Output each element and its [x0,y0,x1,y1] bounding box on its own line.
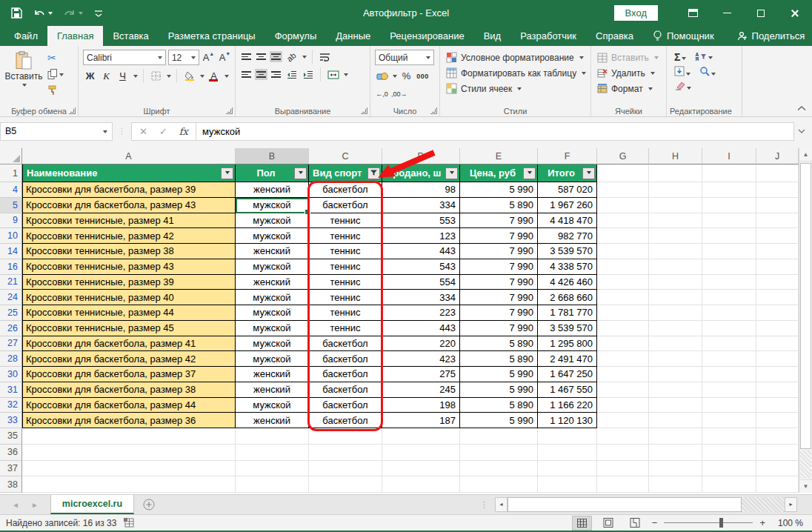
empty-cell[interactable] [236,445,309,461]
column-header-c[interactable]: C [309,148,382,164]
empty-cell[interactable] [702,244,756,259]
align-bottom-button[interactable] [270,51,282,62]
cell-b25[interactable]: мужской [236,305,309,321]
row-header-9[interactable]: 9 [0,213,22,229]
cell-d10[interactable]: 123 [382,228,460,244]
cell-c21[interactable]: теннис [309,275,382,290]
filter-dropdown-button-b[interactable] [294,167,307,179]
ribbon-tab-view[interactable]: Вид [474,26,511,46]
ribbon-tab-developer[interactable]: Разработчик [510,26,586,46]
increase-font-button[interactable]: A▲ [202,50,216,64]
row-header-5[interactable]: 5 [0,198,22,213]
column-header-a[interactable]: A [22,148,236,164]
cell-a4[interactable]: Кроссовки для баскетбола, размер 39 [22,182,236,198]
empty-cell[interactable] [597,461,649,477]
cell-f21[interactable]: 4 426 460 [538,275,597,290]
cell-d28[interactable]: 423 [382,351,460,367]
undo-button[interactable] [33,8,53,19]
empty-cell[interactable] [22,445,236,461]
empty-cell[interactable] [597,198,649,213]
empty-cell[interactable] [756,476,799,493]
empty-cell[interactable] [702,213,756,229]
empty-cell[interactable] [649,336,702,352]
row-header-24[interactable]: 24 [0,290,22,305]
row-header-37[interactable]: 37 [0,461,22,477]
cell-c26[interactable]: теннис [309,321,382,336]
empty-cell[interactable] [756,445,799,461]
cell-f9[interactable]: 4 418 470 [538,213,597,229]
filter-dropdown-button-f[interactable] [582,167,595,179]
align-middle-button[interactable] [255,51,267,62]
cell-f27[interactable]: 1 295 800 [538,336,597,352]
cell-d25[interactable]: 223 [382,305,460,321]
cell-a31[interactable]: Кроссовки для баскетбола, размер 38 [22,382,236,398]
fill-color-dropdown-icon[interactable] [200,75,204,80]
empty-cell[interactable] [597,336,649,352]
cell-f16[interactable]: 4 338 570 [538,259,597,275]
cell-b31[interactable]: женский [236,382,309,398]
cell-a30[interactable]: Кроссовки для баскетбола, размер 37 [22,367,236,382]
sign-in-button[interactable]: Вход [614,5,658,21]
sheet-tab-active[interactable]: microexcel.ru [50,495,134,514]
row-header-16[interactable]: 16 [0,259,22,275]
normal-view-button[interactable] [572,516,592,531]
enter-icon[interactable]: ✓ [159,126,167,137]
cell-e33[interactable]: 5 990 [460,413,538,428]
empty-cell[interactable] [756,428,799,445]
empty-cell[interactable] [597,445,649,461]
cell-b4[interactable]: женский [236,182,309,198]
header-cell-e[interactable]: Цена, руб [460,164,538,182]
decrease-decimal-button[interactable]: ,00→ [391,87,407,101]
cell-d5[interactable]: 334 [382,198,460,213]
empty-cell[interactable] [756,198,799,213]
cell-a25[interactable]: Кроссовки теннисные, размер 44 [22,305,236,321]
insert-function-icon[interactable]: fx [179,126,188,137]
empty-cell[interactable] [649,228,702,244]
cell-b27[interactable]: мужской [236,336,309,352]
merge-center-dropdown-icon[interactable] [344,73,348,79]
cell-d21[interactable]: 554 [382,275,460,290]
cell-c33[interactable]: баскетбол [309,413,382,428]
select-all-button[interactable] [0,148,22,164]
cell-e10[interactable]: 7 990 [460,228,538,244]
cell-b16[interactable]: мужской [236,259,309,275]
empty-cell[interactable] [756,244,799,259]
empty-cell[interactable] [460,428,538,445]
empty-cell[interactable] [597,351,649,367]
cell-styles-button[interactable]: Стили ячеек [446,81,588,96]
increase-indent-button[interactable] [301,67,315,82]
empty-cell[interactable] [309,445,382,461]
ribbon-tab-formulas[interactable]: Формулы [265,26,327,46]
cell-d16[interactable]: 543 [382,259,460,275]
empty-cell[interactable] [702,259,756,275]
cell-b24[interactable]: мужской [236,290,309,305]
zoom-slider-thumb[interactable] [719,518,723,528]
empty-cell[interactable] [702,228,756,244]
empty-cell[interactable] [702,461,756,477]
header-cell-a[interactable]: Наименование [22,164,236,182]
row-header-1[interactable]: 1 [0,164,22,182]
cell-b14[interactable]: женский [236,244,309,259]
filter-dropdown-button-e[interactable] [523,167,536,179]
ribbon-tab-insert[interactable]: Вставка [103,26,158,46]
empty-header-row-cell[interactable] [702,164,756,182]
cell-d14[interactable]: 443 [382,244,460,259]
empty-cell[interactable] [460,461,538,477]
cell-e28[interactable]: 5 890 [460,351,538,367]
scroll-left-button[interactable]: ◂ [495,497,508,512]
ribbon-tab-help[interactable]: Справка [586,26,643,46]
zoom-level[interactable]: 100 % [772,518,803,528]
empty-cell[interactable] [756,290,799,305]
cell-a27[interactable]: Кроссовки для баскетбола, размер 41 [22,336,236,352]
clipboard-dialog-launcher-icon[interactable] [69,107,76,114]
underline-button[interactable]: Ч [116,69,130,83]
cell-e30[interactable]: 5 990 [460,367,538,382]
cell-c25[interactable]: теннис [309,305,382,321]
cancel-icon[interactable]: ✕ [139,126,147,137]
cell-f10[interactable]: 982 770 [538,228,597,244]
empty-cell[interactable] [597,290,649,305]
empty-cell[interactable] [597,413,649,428]
redo-button[interactable] [64,8,83,19]
cell-a5[interactable]: Кроссовки для баскетбола, размер 43 [22,198,236,213]
empty-cell[interactable] [460,476,538,493]
